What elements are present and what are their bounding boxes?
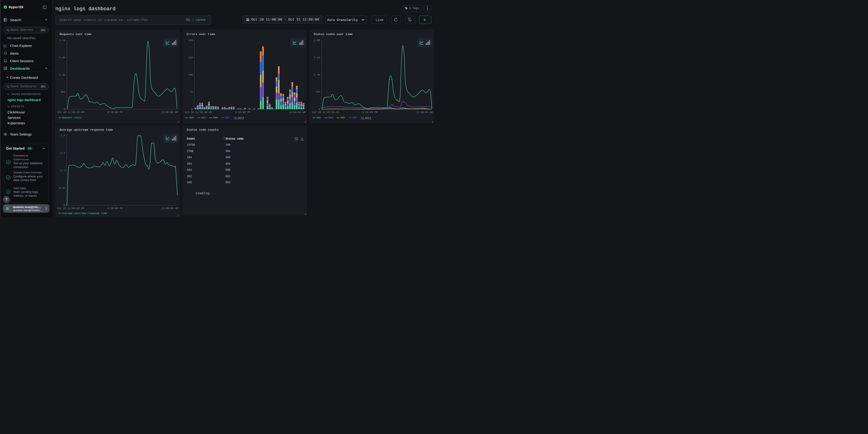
svg-text:70: 70 xyxy=(190,91,193,93)
svg-text:11:00:00 AM: 11:00:00 AM xyxy=(161,207,178,210)
svg-text:210: 210 xyxy=(188,56,193,59)
svg-text:1.6K: 1.6K xyxy=(59,73,65,76)
svg-text:+1 more: +1 more xyxy=(234,116,244,119)
svg-text:404: 404 xyxy=(352,116,357,119)
svg-text:9:30:00 PM: 9:30:00 PM xyxy=(108,207,123,210)
svg-text:0: 0 xyxy=(318,108,320,111)
svg-text:Oct 20 11:00:00 AM: Oct 20 11:00:00 AM xyxy=(57,207,84,210)
svg-text:400: 400 xyxy=(189,116,194,119)
svg-text:Oct 20 11:00:00 AM: Oct 20 11:00:00 AM xyxy=(185,111,212,114)
svg-text:400: 400 xyxy=(340,116,345,119)
svg-text:700: 700 xyxy=(315,91,320,93)
svg-text:10:30:00 AM: 10:30:00 AM xyxy=(289,111,305,114)
svg-text:0: 0 xyxy=(191,108,193,111)
svg-text:404: 404 xyxy=(201,116,206,119)
svg-text:800: 800 xyxy=(61,91,65,93)
svg-text:500: 500 xyxy=(213,116,218,119)
svg-text:140: 140 xyxy=(188,73,193,76)
svg-text:200: 200 xyxy=(316,116,320,119)
svg-text:0: 0 xyxy=(64,108,65,111)
svg-text:0: 0 xyxy=(64,204,65,207)
svg-text:2.4K: 2.4K xyxy=(59,56,65,59)
svg-text:1.4K: 1.4K xyxy=(314,73,320,76)
svg-text:3.2K: 3.2K xyxy=(59,39,65,42)
svg-text:280: 280 xyxy=(188,39,193,42)
svg-text:11:00:00 AM: 11:00:00 AM xyxy=(416,111,433,114)
svg-text:Request count: Request count xyxy=(62,116,82,119)
svg-text:9:30:00 PM: 9:30:00 PM xyxy=(108,111,123,114)
svg-text:1.1: 1.1 xyxy=(61,152,65,154)
svg-text:11:00:00 AM: 11:00:00 AM xyxy=(161,111,178,114)
svg-text:0.7: 0.7 xyxy=(61,169,65,172)
svg-text:9:30:00 PM: 9:30:00 PM xyxy=(235,111,250,114)
svg-text:2.1K: 2.1K xyxy=(314,56,320,59)
svg-text:Oct 20 11:00:00 AM: Oct 20 11:00:00 AM xyxy=(57,111,85,114)
svg-text:+3 more: +3 more xyxy=(361,116,371,119)
svg-text:502: 502 xyxy=(225,116,230,119)
svg-text:2.8K: 2.8K xyxy=(314,39,320,42)
svg-text:1.4: 1.4 xyxy=(61,134,65,137)
svg-text:9:30:00 PM: 9:30:00 PM xyxy=(362,111,377,114)
svg-text:304: 304 xyxy=(328,116,333,119)
svg-text:Oct 20 11:00:00 AM: Oct 20 11:00:00 AM xyxy=(312,111,339,114)
svg-text:Average upstream response time: Average upstream response time xyxy=(62,212,107,215)
svg-text:0.35: 0.35 xyxy=(59,186,65,189)
